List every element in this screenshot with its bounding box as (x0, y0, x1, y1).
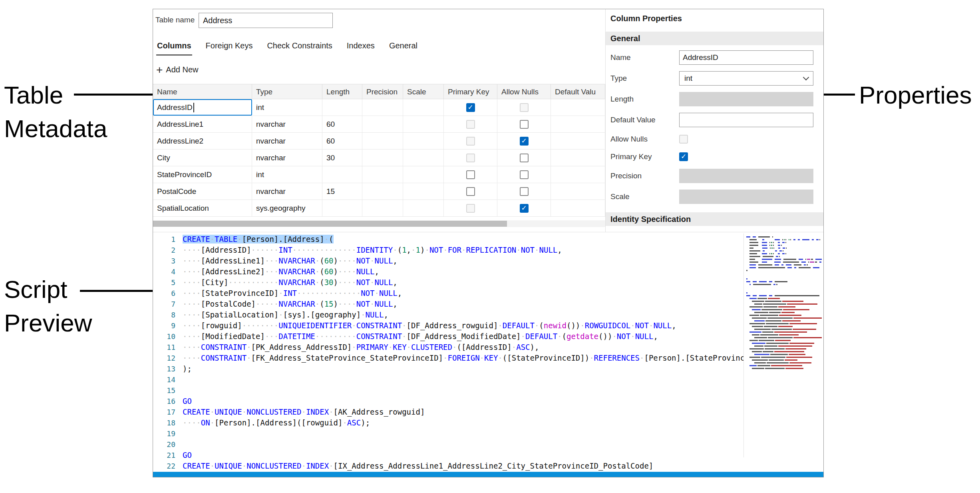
cell-precision[interactable] (362, 133, 403, 149)
add-new-button[interactable]: + Add New (156, 65, 199, 74)
code-line-text: ····ON·[Person].[Address]([rowguid]·ASC)… (183, 417, 823, 428)
cell-precision[interactable] (362, 116, 403, 132)
cell-type[interactable]: int (252, 166, 322, 183)
line-number: 6 (153, 288, 183, 299)
allow-nulls-checkbox[interactable] (520, 120, 529, 129)
cell-text: AddressID (157, 103, 193, 112)
cell-type[interactable]: nvarchar (252, 133, 322, 149)
add-new-label: Add New (166, 65, 198, 74)
cell-text: nvarchar (256, 154, 286, 162)
tab-foreign-keys[interactable]: Foreign Keys (205, 38, 254, 56)
tab-columns[interactable]: Columns (156, 38, 192, 56)
cell-length[interactable]: 15 (322, 183, 362, 200)
script-editor[interactable]: 1CREATE·TABLE·[Person].[Address]·(2····[… (153, 232, 823, 472)
cell-name[interactable]: AddressLine2 (153, 133, 252, 149)
cell-default-value[interactable] (551, 183, 605, 200)
cell-precision[interactable] (362, 166, 403, 183)
primary-key-checkbox[interactable] (466, 170, 475, 179)
cell-name[interactable]: AddressLine1 (153, 116, 252, 132)
scrollbar-thumb[interactable] (153, 221, 507, 227)
text-cursor (193, 103, 194, 112)
cell-length[interactable] (322, 99, 362, 116)
cell-type[interactable]: sys.geography (252, 200, 322, 216)
cell-name[interactable]: AddressID (153, 99, 252, 116)
tab-indexes[interactable]: Indexes (346, 38, 376, 56)
cell-length[interactable]: 30 (322, 150, 362, 166)
table-name-input[interactable] (199, 13, 333, 28)
cell-length[interactable]: 60 (322, 116, 362, 132)
line-number: 22 (153, 461, 183, 471)
cell-default-value[interactable] (551, 166, 605, 183)
prop-scale-input-disabled (679, 190, 813, 204)
cell-length[interactable] (322, 200, 362, 216)
cell-scale[interactable] (403, 166, 444, 183)
annotation-line: Table (4, 81, 63, 109)
cell-precision[interactable] (362, 200, 403, 216)
code-line-text (183, 428, 823, 439)
cell-primary-key (444, 116, 497, 132)
tab-check-constraints[interactable]: Check Constraints (266, 38, 333, 56)
minimap[interactable] (743, 234, 822, 457)
cell-type[interactable]: nvarchar (252, 150, 322, 166)
code-line: 4····[AddressLine2]···NVARCHAR·(60)····N… (153, 266, 823, 277)
code-line: 7····[PostalCode]·····NVARCHAR·(15)····N… (153, 299, 823, 309)
cell-type[interactable]: nvarchar (252, 183, 322, 200)
cell-type[interactable]: int (252, 99, 322, 116)
prop-type-select[interactable]: int (679, 71, 813, 86)
cell-scale[interactable] (403, 183, 444, 200)
prop-name-input[interactable] (679, 50, 813, 65)
cell-scale[interactable] (403, 116, 444, 132)
allow-nulls-checkbox[interactable] (520, 204, 529, 213)
cell-type[interactable]: nvarchar (252, 116, 322, 132)
code-line-text: ····[AddressLine2]···NVARCHAR·(60)····NU… (183, 266, 823, 277)
cell-name[interactable]: City (153, 150, 252, 166)
grid-horizontal-scrollbar[interactable] (153, 220, 605, 227)
line-number: 11 (153, 342, 183, 353)
prop-label-scale: Scale (610, 192, 679, 201)
cell-precision[interactable] (362, 150, 403, 166)
cell-allow-nulls (497, 116, 551, 132)
cell-text: nvarchar (256, 137, 286, 146)
prop-primary-key-checkbox[interactable] (679, 152, 688, 161)
cell-default-value[interactable] (551, 99, 605, 116)
primary-key-checkbox (466, 137, 475, 146)
cell-precision[interactable] (362, 99, 403, 116)
primary-key-checkbox[interactable] (466, 103, 475, 112)
cell-text: int (256, 103, 264, 112)
tab-general[interactable]: General (388, 38, 418, 56)
table-metadata-pane: Table name ColumnsForeign KeysCheck Cons… (153, 9, 605, 232)
line-number: 2 (153, 245, 183, 255)
cell-length[interactable] (322, 166, 362, 183)
cell-scale[interactable] (403, 99, 444, 116)
line-number: 12 (153, 353, 183, 363)
primary-key-checkbox[interactable] (466, 187, 475, 196)
cell-name[interactable]: PostalCode (153, 183, 252, 200)
prop-label-primary-key: Primary Key (610, 152, 679, 161)
cell-default-value[interactable] (551, 150, 605, 166)
cell-scale[interactable] (403, 133, 444, 149)
cell-default-value[interactable] (551, 133, 605, 149)
cell-name[interactable]: StateProvinceID (153, 166, 252, 183)
prop-default-value-input[interactable] (679, 113, 813, 127)
allow-nulls-checkbox[interactable] (520, 154, 529, 162)
allow-nulls-checkbox[interactable] (520, 170, 529, 179)
cell-precision[interactable] (362, 183, 403, 200)
cell-name[interactable]: SpatialLocation (153, 200, 252, 216)
column-header-default-valu: Default Valu (551, 84, 605, 99)
line-number: 17 (153, 407, 183, 417)
code-line: 5····[City]···········NVARCHAR·(30)····N… (153, 277, 823, 288)
cell-default-value[interactable] (551, 200, 605, 216)
allow-nulls-checkbox[interactable] (520, 187, 529, 196)
cell-primary-key (444, 183, 497, 200)
cell-length[interactable]: 60 (322, 133, 362, 149)
prop-row-allow-nulls: Allow Nulls (610, 133, 823, 145)
allow-nulls-checkbox[interactable] (520, 137, 529, 146)
annotation-line: Preview (4, 309, 92, 337)
section-general: General (606, 32, 823, 45)
cell-scale[interactable] (403, 150, 444, 166)
cell-default-value[interactable] (551, 116, 605, 132)
cell-text: SpatialLocation (157, 204, 209, 213)
cell-text: StateProvinceID (157, 170, 212, 179)
line-number: 3 (153, 255, 183, 266)
cell-scale[interactable] (403, 200, 444, 216)
